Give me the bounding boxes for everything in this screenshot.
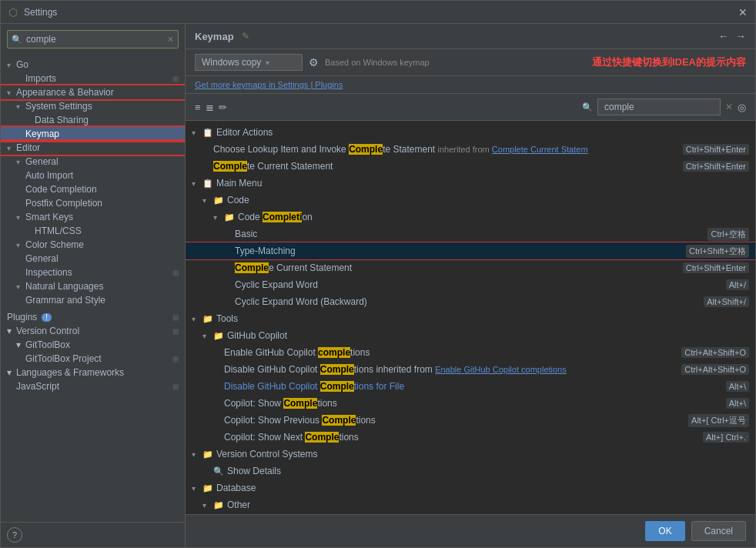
cancel-button[interactable]: Cancel	[691, 521, 746, 541]
gear-button[interactable]: ⚙	[309, 56, 319, 68]
sidebar-item-code-completion[interactable]: Code Completion	[1, 182, 185, 196]
grid-icon[interactable]: ≣	[206, 102, 214, 113]
cl-link[interactable]: Complete Current Statem	[492, 145, 588, 154]
sd-text: Show Details	[227, 466, 749, 476]
row-enable-copilot[interactable]: Enable GitHub Copilot completions Ctrl+A…	[186, 344, 755, 361]
keymap-header: Keymap ✎ ← →	[186, 24, 755, 49]
row-choose-lookup[interactable]: Choose Lookup Item and Invoke Complete S…	[186, 141, 755, 158]
cewb-shortcut: Alt+Shift+/	[704, 296, 749, 307]
sidebar-item-editor[interactable]: ▾ Editor	[1, 141, 185, 155]
right-panel: Keymap ✎ ← → Windows copy ▾ ⚙ Based on W…	[186, 24, 755, 547]
sidebar-item-smart-keys[interactable]: ▾ Smart Keys	[1, 210, 185, 224]
get-more-keymaps-link[interactable]: Get more keymaps in Settings | Plugins	[195, 80, 343, 89]
ok-button[interactable]: OK	[645, 521, 684, 541]
edit-icon[interactable]: ✎	[242, 31, 249, 42]
sidebar-item-general[interactable]: ▾ General	[1, 155, 185, 169]
sidebar-item-html-css[interactable]: HTML/CSS	[1, 224, 185, 238]
sidebar-search-box: 🔍 ✕	[7, 30, 179, 48]
find-usages-icon[interactable]: ◎	[738, 102, 746, 113]
scheme-dropdown[interactable]: Windows copy ▾	[195, 54, 303, 71]
close-button[interactable]: ✕	[738, 6, 748, 18]
settings-window: ⬡ Settings ✕ 🔍 ✕ ▾ Go	[0, 0, 756, 548]
pencil-icon[interactable]: ✏	[219, 102, 227, 113]
row-main-menu[interactable]: ▾ 📋 Main Menu	[186, 175, 755, 192]
sidebar-item-color-scheme[interactable]: ▾ Color Scheme	[1, 238, 185, 252]
sidebar-item-general2[interactable]: General	[1, 252, 185, 266]
plugins-badge: !	[42, 313, 52, 322]
color-arrow: ▾	[16, 241, 25, 249]
csp-highlight: Comple	[322, 415, 356, 426]
row-disable-copilot[interactable]: Disable GitHub Copilot Completions inher…	[186, 361, 755, 378]
row-vcs[interactable]: ▾ 📁 Version Control Systems	[186, 446, 755, 463]
go-label: Go	[16, 59, 28, 70]
row-complete-current[interactable]: Complete Current Statement Ctrl+Shift+En…	[186, 158, 755, 175]
list-icon[interactable]: ≡	[195, 102, 201, 113]
sidebar-item-natural-languages[interactable]: ▾ Natural Languages	[1, 279, 185, 293]
search-clear-icon[interactable]: ✕	[167, 35, 174, 45]
sidebar-item-javascript[interactable]: JavaScript ⊞	[1, 379, 185, 393]
help-button[interactable]: ?	[7, 527, 22, 543]
editor-arrow: ▾	[7, 144, 16, 152]
annotation-text: 通过快捷键切换到IDEA的提示内容	[592, 55, 746, 69]
row-cyclic-expand[interactable]: Cyclic Expand Word Alt+/	[186, 276, 755, 293]
tree-content: ▾ 📋 Editor Actions Choose Lookup Item an…	[186, 121, 755, 514]
gittoolbox-project-label: GitToolBox Project	[25, 353, 102, 364]
appearance-label: Appearance & Behavior	[16, 87, 114, 98]
sidebar-item-data-sharing[interactable]: Data Sharing	[1, 113, 185, 127]
row-basic[interactable]: Basic Ctrl+空格	[186, 226, 755, 242]
sidebar-item-imports[interactable]: Imports ⊞	[1, 72, 185, 85]
nav-forward-button[interactable]: →	[735, 30, 746, 42]
sidebar-item-inspections[interactable]: Inspections ⊞	[1, 266, 185, 279]
row-copilot-show[interactable]: Copilot: Show Completions Alt+\	[186, 395, 755, 412]
row-comple-e[interactable]: Complee Current Statement Ctrl+Shift+Ent…	[186, 259, 755, 276]
ea-arrow: ▾	[192, 129, 202, 137]
sidebar-item-auto-import[interactable]: Auto Import	[1, 169, 185, 182]
dcf-shortcut: Alt+\	[726, 381, 749, 392]
sidebar-tree: ▾ Go Imports ⊞ ▾ Appearance & Behavior ▾	[1, 55, 185, 522]
row-copilot-show-prev[interactable]: Copilot: Show Previous Completions Alt+[…	[186, 412, 755, 429]
search-clear-right[interactable]: ✕	[725, 102, 733, 112]
row-type-matching[interactable]: Type-Matching Ctrl+Shift+空格	[186, 242, 755, 259]
sidebar-item-system-settings[interactable]: ▾ System Settings	[1, 99, 185, 113]
row-copilot-show-next[interactable]: Copilot: Show Next Completions Alt+] Ctr…	[186, 429, 755, 446]
dropdown-arrow-icon: ▾	[266, 58, 269, 67]
gtp-icon: ⊞	[172, 355, 179, 363]
sidebar-item-go[interactable]: ▾ Go	[1, 58, 185, 72]
row-code[interactable]: ▾ 📁 Code	[186, 192, 755, 209]
sidebar-search-input[interactable]	[7, 30, 179, 48]
row-tools[interactable]: ▾ 📁 Tools	[186, 310, 755, 327]
sidebar-item-grammar[interactable]: Grammar and Style	[1, 293, 185, 307]
keymap-nav: ← →	[718, 30, 746, 42]
sidebar-item-gittoolbox-project[interactable]: GitToolBox Project ⊞	[1, 352, 185, 366]
sidebar-item-gittoolbox[interactable]: ▾ GitToolBox	[1, 338, 185, 352]
keymap-label: Keymap	[25, 129, 59, 139]
ce-text: Complee Current Statement	[235, 262, 677, 273]
row-editor-actions[interactable]: ▾ 📋 Editor Actions	[186, 124, 755, 141]
code-arrow: ▾	[202, 196, 213, 205]
row-cyclic-expand-back[interactable]: Cyclic Expand Word (Backward) Alt+Shift+…	[186, 293, 755, 310]
search-icon: 🔍	[12, 35, 22, 45]
row-show-details[interactable]: 🔍 Show Details	[186, 463, 755, 480]
html-css-label: HTML/CSS	[35, 226, 82, 236]
row-other[interactable]: ▾ 📁 Other	[186, 496, 755, 513]
smart-arrow: ▾	[16, 213, 25, 222]
nav-back-button[interactable]: ←	[718, 30, 729, 42]
row-database[interactable]: ▾ 📁 Database	[186, 480, 755, 496]
sidebar-item-keymap[interactable]: Keymap	[1, 127, 185, 141]
row-code-completion[interactable]: ▾ 📁 Code Completion	[186, 209, 755, 226]
cl-text: Choose Lookup Item and Invoke Complete S…	[213, 144, 677, 155]
bottom-bar: OK Cancel	[186, 514, 755, 547]
sidebar-item-postfix-completion[interactable]: Postfix Completion	[1, 196, 185, 210]
other-arrow: ▾	[202, 501, 213, 510]
dc-link[interactable]: Enable GitHub Copilot completions	[435, 365, 567, 374]
row-disable-copilot-file[interactable]: Disable GitHub Copilot Completions for F…	[186, 378, 755, 395]
keymap-search-input[interactable]	[597, 99, 721, 115]
csn-shortcut: Alt+] Ctrl+.	[703, 432, 749, 443]
ccomp-arrow: ▾	[213, 213, 224, 222]
sidebar-item-languages[interactable]: ▾ Languages & Frameworks	[1, 366, 185, 379]
sidebar-item-version-control[interactable]: ▾ Version Control ⊞	[1, 324, 185, 338]
sidebar-item-plugins[interactable]: Plugins ! ⊞	[1, 310, 185, 324]
sidebar-item-appearance-behavior[interactable]: ▾ Appearance & Behavior	[1, 85, 185, 99]
gh-arrow: ▾	[202, 332, 213, 340]
row-github-copilot[interactable]: ▾ 📁 GitHub Copilot	[186, 327, 755, 344]
